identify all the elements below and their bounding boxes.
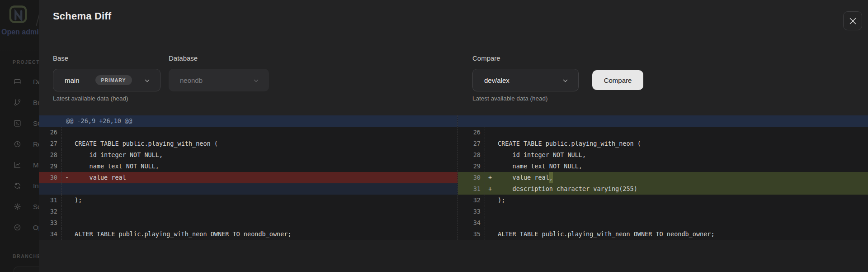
diff-line: 31+ description character varying(255)	[458, 183, 868, 195]
diff-line	[39, 183, 458, 195]
open-admin-link[interactable]: Open admin	[1, 28, 43, 36]
compare-branch-select[interactable]: dev/alex	[472, 69, 579, 91]
screen: Open admin PROJECT Dashboard Branches SQ…	[0, 0, 868, 272]
compare-button[interactable]: Compare	[592, 70, 643, 90]
diff-line: 30+ value real,	[458, 172, 868, 183]
neon-logo-icon[interactable]	[9, 5, 27, 28]
hunk-header-spacer	[458, 115, 868, 127]
diff-line: 31);	[39, 195, 458, 206]
sidebar-heading-project: PROJECT	[13, 59, 40, 65]
close-button[interactable]	[843, 11, 862, 30]
dashboard-icon	[14, 78, 21, 86]
diff-line: 28 id integer NOT NULL,	[458, 149, 868, 161]
diff-line: 26	[458, 127, 868, 138]
monitoring-icon	[14, 161, 21, 169]
primary-badge: PRIMARY	[95, 75, 132, 85]
diff-line: 27CREATE TABLE public.playing_with_neon …	[39, 138, 458, 149]
chevron-down-icon	[144, 77, 150, 86]
diff-line: 33	[458, 206, 868, 217]
chevron-down-icon	[562, 77, 568, 86]
chevron-down-icon	[253, 77, 259, 86]
settings-icon	[14, 203, 21, 210]
database-select[interactable]: neondb	[169, 69, 269, 91]
schema-diff-modal: Schema Diff Base Database Compare main P…	[39, 0, 868, 272]
diff-line: 32	[39, 206, 458, 217]
diff-panel-compare: 2627CREATE TABLE public.playing_with_neo…	[458, 115, 868, 240]
base-label: Base	[53, 54, 68, 62]
compare-hint: Latest available data (head)	[472, 95, 548, 102]
sql-editor-icon	[14, 119, 21, 127]
database-label: Database	[169, 54, 198, 62]
database-value: neondb	[180, 76, 203, 84]
close-icon	[849, 17, 857, 25]
diff-line: 28 id integer NOT NULL,	[39, 149, 458, 161]
diff-line: 29 name text NOT NULL,	[39, 161, 458, 172]
modal-header-divider	[39, 45, 868, 45]
diff-line: 33	[39, 217, 458, 229]
hunk-header: @@ -26,9 +26,10 @@	[39, 115, 458, 127]
diff-line: 30- value real	[39, 172, 458, 183]
diff-line: 26	[39, 127, 458, 138]
diff-line: 34ALTER TABLE public.playing_with_neon O…	[39, 229, 458, 240]
base-branch-select[interactable]: main PRIMARY	[53, 69, 160, 91]
diff-line: 27CREATE TABLE public.playing_with_neon …	[458, 138, 868, 149]
compare-branch-value: dev/alex	[484, 76, 509, 84]
diff-line: 32);	[458, 195, 868, 206]
integrations-icon	[14, 182, 21, 190]
modal-title: Schema Diff	[53, 10, 111, 22]
base-hint: Latest available data (head)	[53, 95, 128, 102]
diff-line: 29 name text NOT NULL,	[458, 161, 868, 172]
branches-icon	[14, 99, 21, 106]
base-branch-value: main	[65, 76, 80, 84]
diff-viewer: @@ -26,9 +26,10 @@ 2627CREATE TABLE publ…	[39, 115, 868, 272]
compare-label: Compare	[472, 54, 500, 62]
diff-line: 34	[458, 217, 868, 229]
diff-line: 35ALTER TABLE public.playing_with_neon O…	[458, 229, 868, 240]
operations-icon	[14, 224, 21, 231]
diff-panel-base: @@ -26,9 +26,10 @@ 2627CREATE TABLE publ…	[39, 115, 458, 240]
restore-icon	[14, 140, 21, 148]
